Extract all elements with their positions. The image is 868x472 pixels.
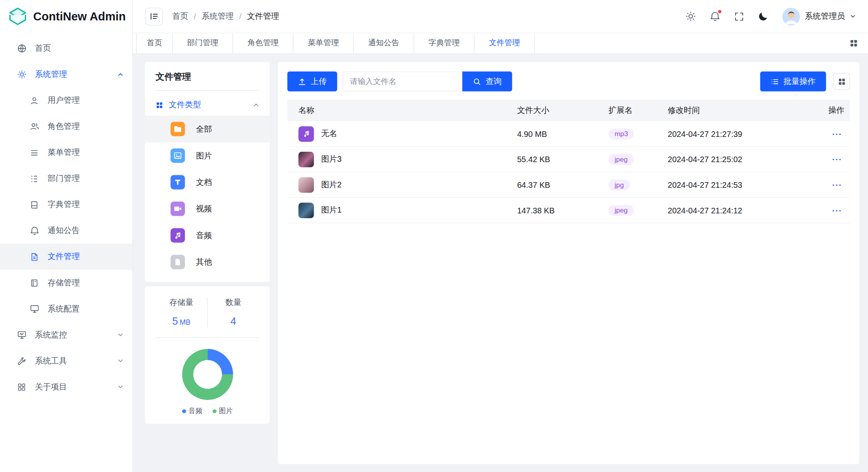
legend-images: 图片 (212, 406, 233, 416)
table-header: 名称 文件大小 扩展名 修改时间 操作 (287, 100, 850, 121)
batch-operations-button[interactable]: 批量操作 (760, 71, 826, 91)
settings-gear-icon[interactable] (685, 11, 696, 22)
users-icon (29, 122, 39, 132)
sidebar-item-menu-mgmt[interactable]: 菜单管理 (0, 140, 132, 166)
legend-dot-audio (182, 409, 186, 413)
image-icon (170, 149, 185, 163)
left-column: 文件管理 文件类型 全部 (145, 62, 269, 464)
sidebar-item-user-mgmt[interactable]: 用户管理 (0, 88, 132, 114)
file-ext-cell: mp3 (608, 128, 668, 139)
file-ext-cell: jpeg (608, 154, 668, 165)
row-actions-button[interactable]: ··· (830, 179, 844, 191)
top-header: 首页 / 系统管理 / 文件管理 (133, 0, 868, 33)
sidebar-item-system-config[interactable]: 系统配置 (0, 296, 132, 322)
search-input[interactable] (343, 71, 462, 91)
sidebar-item-label: 系统管理 (35, 69, 67, 80)
storage-donut (182, 349, 233, 400)
file-size: 147.38 KB (517, 206, 608, 215)
legend-dot-images (212, 409, 216, 413)
text-file-icon (170, 175, 185, 189)
sidebar-item-role-mgmt[interactable]: 角色管理 (0, 114, 132, 140)
logo[interactable]: ContiNew Admin (0, 0, 132, 33)
tab-file-mgmt[interactable]: 文件管理 (475, 33, 535, 53)
app-root: ContiNew Admin 首页 系统管理 (0, 0, 868, 472)
ext-tag: mp3 (608, 128, 634, 139)
sidebar-item-dept-mgmt[interactable]: 部门管理 (0, 166, 132, 192)
breadcrumb-home[interactable]: 首页 (172, 11, 188, 22)
file-type-audio[interactable]: 音频 (145, 222, 269, 249)
file-type-label: 全部 (196, 124, 212, 134)
chevron-down-icon (117, 358, 123, 364)
query-button[interactable]: 查询 (462, 71, 512, 91)
sidebar-collapse-button[interactable] (145, 8, 162, 25)
file-size: 4.90 MB (517, 129, 608, 138)
ext-tag: jpeg (608, 205, 633, 216)
row-actions-button[interactable]: ··· (830, 205, 844, 216)
sidebar-item-about[interactable]: 关于项目 (0, 374, 132, 400)
fullscreen-icon[interactable] (734, 11, 744, 21)
sidebar-item-dict-mgmt[interactable]: 字典管理 (0, 192, 132, 218)
page-tabs: 首页 部门管理 角色管理 菜单管理 通知公告 字典管理 文件管理 (133, 33, 868, 54)
monitor-chart-icon (17, 330, 27, 340)
tab-options-grid-icon[interactable] (839, 33, 868, 53)
misc-file-icon (170, 255, 185, 269)
file-name-cell: 无名 (287, 126, 517, 142)
tab-role-mgmt[interactable]: 角色管理 (233, 33, 293, 53)
upload-button[interactable]: 上传 (287, 71, 337, 91)
folder-icon (170, 122, 185, 136)
archive-icon (29, 278, 39, 288)
file-type-videos[interactable]: 视频 (145, 195, 269, 222)
grid-view-icon[interactable] (833, 73, 850, 90)
file-ext-cell: jpeg (608, 205, 668, 216)
file-name-cell: 图片1 (287, 203, 517, 218)
user-menu[interactable]: 系统管理员 (782, 8, 856, 25)
file-type-all[interactable]: 全部 (145, 116, 269, 142)
notifications-bell-icon[interactable] (710, 11, 720, 22)
table-row[interactable]: 图片1 147.38 KB jpeg 2024-04-27 21:24:12 ·… (287, 198, 850, 223)
search-icon (473, 77, 481, 86)
legend-audio: 音频 (182, 406, 202, 416)
storage-value: 5MB (156, 315, 207, 327)
panel-title: 文件管理 (156, 71, 259, 90)
tab-notice[interactable]: 通知公告 (354, 33, 414, 53)
sidebar-item-storage-mgmt[interactable]: 存储管理 (0, 270, 132, 296)
sidebar-item-system-monitor[interactable]: 系统监控 (0, 322, 132, 348)
logo-icon (8, 7, 28, 27)
chevron-down-icon (850, 13, 856, 19)
tab-home[interactable]: 首页 (136, 33, 172, 53)
file-type-section-toggle[interactable]: 文件类型 (145, 91, 269, 116)
sidebar-item-system-mgmt[interactable]: 系统管理 (0, 62, 132, 88)
tab-dict-mgmt[interactable]: 字典管理 (414, 33, 475, 53)
breadcrumb-system-mgmt[interactable]: 系统管理 (202, 11, 234, 22)
video-icon (170, 202, 185, 216)
sidebar-item-label: 关于项目 (35, 382, 67, 392)
storage-label: 存储量 (156, 297, 207, 308)
file-table: 名称 文件大小 扩展名 修改时间 操作 无名 4.90 MB (287, 100, 850, 223)
tab-menu-mgmt[interactable]: 菜单管理 (293, 33, 354, 53)
row-actions-button[interactable]: ··· (830, 153, 844, 165)
tab-dept-mgmt[interactable]: 部门管理 (173, 33, 233, 53)
file-type-label: 音频 (196, 230, 212, 241)
file-type-label: 文档 (196, 177, 212, 187)
file-type-other[interactable]: 其他 (145, 249, 269, 275)
table-row[interactable]: 无名 4.90 MB mp3 2024-04-27 21:27:39 ··· (287, 121, 850, 147)
sidebar-item-notice[interactable]: 通知公告 (0, 218, 132, 244)
chevron-up-icon (117, 71, 123, 77)
breadcrumb-separator: / (239, 12, 242, 21)
row-actions-button[interactable]: ··· (830, 128, 844, 140)
count-stat: 数量 4 (208, 297, 259, 327)
table-row[interactable]: 图片2 64.37 KB jpg 2024-04-27 21:24:53 ··· (287, 172, 850, 198)
notification-dot (717, 10, 722, 14)
file-type-images[interactable]: 图片 (145, 143, 269, 169)
file-name: 图片1 (321, 205, 341, 215)
dark-mode-moon-icon[interactable] (758, 11, 768, 22)
file-type-documents[interactable]: 文档 (145, 169, 269, 195)
table-row[interactable]: 图片3 55.42 KB jpeg 2024-04-27 21:25:02 ··… (287, 147, 850, 173)
sidebar-item-system-tools[interactable]: 系统工具 (0, 348, 132, 374)
storage-stats-panel: 存储量 5MB 数量 4 (145, 286, 269, 424)
sidebar-item-file-mgmt[interactable]: 文件管理 (0, 244, 132, 270)
file-size: 64.37 KB (517, 180, 608, 189)
sidebar-item-home[interactable]: 首页 (0, 36, 132, 62)
user-icon (29, 96, 39, 106)
sidebar-item-label: 存储管理 (48, 277, 80, 288)
